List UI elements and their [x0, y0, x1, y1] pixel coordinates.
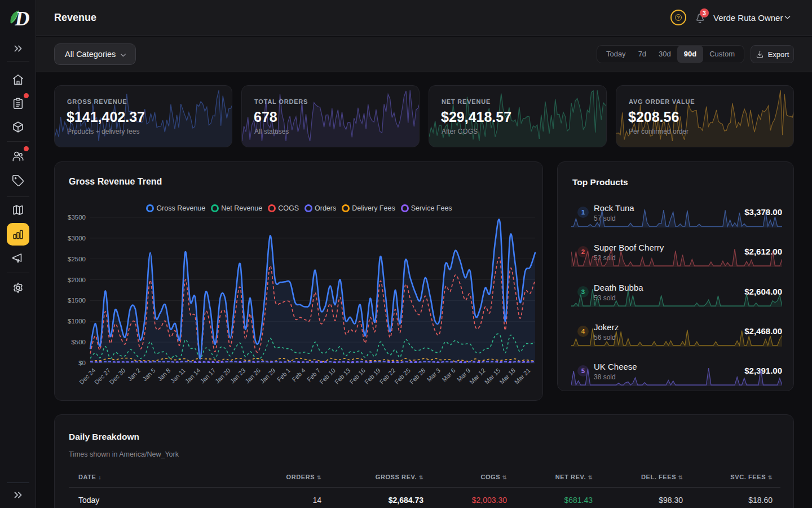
svg-text:Jan 20: Jan 20: [214, 367, 232, 385]
svg-text:Feb 1: Feb 1: [276, 367, 292, 383]
svg-text:Mar 21: Mar 21: [513, 367, 532, 386]
svg-text:Mar 3: Mar 3: [426, 367, 442, 383]
svg-text:Mar 18: Mar 18: [498, 367, 517, 386]
svg-text:Jan 14: Jan 14: [184, 367, 202, 385]
svg-text:Jan 11: Jan 11: [169, 367, 187, 384]
svg-text:Jan 5: Jan 5: [141, 367, 157, 383]
svg-text:Jan 23: Jan 23: [229, 367, 247, 385]
svg-text:Mar 15: Mar 15: [483, 367, 502, 386]
svg-text:Feb 28: Feb 28: [408, 367, 427, 386]
svg-text:Dec 24: Dec 24: [78, 367, 96, 386]
svg-text:Feb 19: Feb 19: [363, 367, 382, 386]
svg-text:Feb 4: Feb 4: [290, 367, 306, 383]
svg-text:$500: $500: [71, 339, 86, 345]
svg-text:Dec 27: Dec 27: [93, 367, 112, 386]
svg-text:Mar 12: Mar 12: [468, 367, 487, 386]
svg-text:Jan 29: Jan 29: [259, 367, 277, 385]
svg-text:Mar 6: Mar 6: [440, 367, 456, 383]
svg-text:Feb 13: Feb 13: [333, 367, 352, 386]
svg-text:$2500: $2500: [68, 256, 86, 262]
svg-text:$3000: $3000: [68, 235, 86, 242]
svg-text:$0: $0: [78, 360, 86, 366]
svg-text:Jan 17: Jan 17: [198, 367, 217, 385]
svg-text:Feb 22: Feb 22: [378, 367, 397, 386]
svg-text:$1000: $1000: [68, 318, 86, 325]
svg-text:Jan 26: Jan 26: [244, 367, 262, 385]
svg-text:$2000: $2000: [68, 277, 86, 283]
svg-text:Feb 16: Feb 16: [348, 367, 367, 386]
svg-text:Feb 25: Feb 25: [393, 367, 412, 386]
svg-text:D: D: [15, 7, 30, 30]
svg-text:Feb 10: Feb 10: [318, 367, 337, 386]
svg-text:Dec 30: Dec 30: [108, 367, 126, 386]
svg-text:$1500: $1500: [68, 297, 86, 304]
svg-text:$3500: $3500: [68, 214, 86, 221]
svg-text:Jan 2: Jan 2: [126, 367, 142, 383]
